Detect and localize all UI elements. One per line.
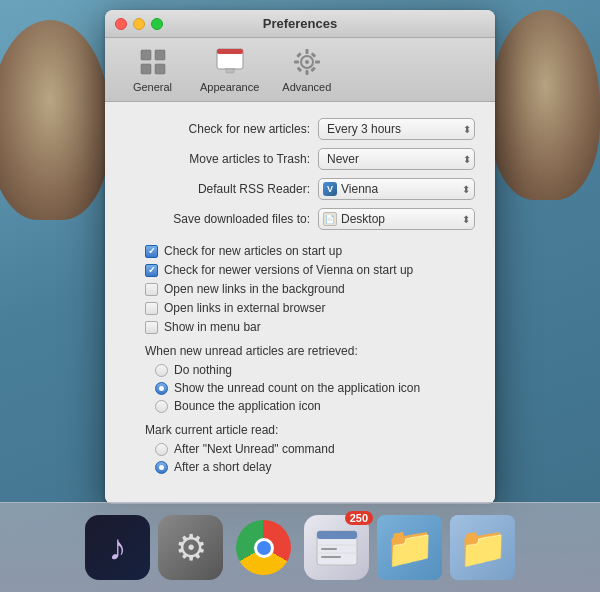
chrome-icon [236,520,291,575]
dock-item-vienna[interactable]: 250 [304,515,369,580]
checkbox-0[interactable] [145,245,158,258]
owl-right-decoration [490,10,600,200]
rss-reader-select[interactable]: V Vienna ⬍ [318,178,475,200]
svg-rect-13 [315,61,320,64]
checkbox-row-2: Open new links in the background [125,282,475,296]
svg-rect-16 [296,67,302,73]
svg-rect-11 [305,70,308,75]
radio-btn-2-1[interactable] [155,461,168,474]
svg-rect-19 [317,531,357,539]
desktop-folder-icon: 📄 [323,212,337,226]
checkbox-1[interactable] [145,264,158,277]
radio-btn-1-2[interactable] [155,400,168,413]
form-section: Check for new articles: Every 3 hours ⬍ … [125,118,475,230]
checkbox-2[interactable] [145,283,158,296]
radio-label-1-0: Do nothing [174,363,232,377]
dock-item-systemprefs[interactable] [158,515,223,580]
radio-1-0: Do nothing [155,363,475,377]
radio-section-1: Do nothing Show the unread count on the … [125,363,475,413]
move-articles-row: Move articles to Trash: Never ⬍ [125,148,475,170]
move-articles-select[interactable]: Never [318,148,475,170]
radio-section-2-header: Mark current article read: [125,423,475,437]
checkbox-row-0: Check for new articles on start up [125,244,475,258]
save-files-value: Desktop [341,212,385,226]
radio-label-1-1: Show the unread count on the application… [174,381,420,395]
svg-rect-12 [294,61,299,64]
close-button[interactable] [115,18,127,30]
save-files-arrow: ⬍ [462,214,470,225]
radio-btn-1-0[interactable] [155,364,168,377]
svg-rect-0 [141,50,151,60]
radio-label-2-1: After a short delay [174,460,271,474]
radio-1-2: Bounce the application icon [155,399,475,413]
move-articles-select-wrapper: Never ⬍ [318,148,475,170]
rss-reader-value: Vienna [341,182,378,196]
tab-appearance[interactable]: Appearance [200,46,259,93]
advanced-label: Advanced [282,81,331,93]
radio-btn-2-0[interactable] [155,443,168,456]
svg-rect-2 [141,64,151,74]
svg-rect-5 [217,49,243,54]
checkbox-row-4: Show in menu bar [125,320,475,334]
svg-rect-1 [155,50,165,60]
rss-reader-arrow: ⬍ [462,184,470,195]
svg-point-9 [305,60,309,64]
tab-general[interactable]: General [125,46,180,93]
checkbox-label-0: Check for new articles on start up [164,244,342,258]
traffic-lights [115,18,163,30]
radio-label-1-2: Bounce the application icon [174,399,321,413]
advanced-icon [291,46,323,78]
save-files-select[interactable]: 📄 Desktop ⬍ [318,208,475,230]
dock: 250 📁 📁 [0,502,600,592]
svg-rect-10 [305,49,308,54]
checkbox-label-4: Show in menu bar [164,320,261,334]
svg-rect-22 [321,548,337,550]
general-label: General [133,81,172,93]
move-articles-label: Move articles to Trash: [125,152,310,166]
general-icon [137,46,169,78]
minimize-button[interactable] [133,18,145,30]
toolbar: General Appearance [105,38,495,102]
titlebar: Preferences [105,10,495,38]
dock-item-folder2[interactable]: 📁 [450,515,515,580]
folder1-icon: 📁 [385,524,435,571]
vienna-badge: 250 [345,511,373,525]
check-articles-select[interactable]: Every 3 hours [318,118,475,140]
checkbox-3[interactable] [145,302,158,315]
checkbox-row-1: Check for newer versions of Vienna on st… [125,263,475,277]
rss-reader-row: Default RSS Reader: V Vienna ⬍ [125,178,475,200]
checkbox-4[interactable] [145,321,158,334]
checkbox-label-1: Check for newer versions of Vienna on st… [164,263,413,277]
folder2-icon: 📁 [458,524,508,571]
radio-2-0: After "Next Unread" command [155,442,475,456]
svg-rect-3 [155,64,165,74]
dock-item-itunes[interactable] [85,515,150,580]
checkbox-label-3: Open links in external browser [164,301,325,315]
maximize-button[interactable] [151,18,163,30]
svg-rect-23 [321,556,341,558]
window-title: Preferences [263,16,337,31]
vienna-icon [312,523,362,573]
check-articles-row: Check for new articles: Every 3 hours ⬍ [125,118,475,140]
chrome-center [254,538,274,558]
rss-reader-label: Default RSS Reader: [125,182,310,196]
tab-advanced[interactable]: Advanced [279,46,334,93]
save-files-label: Save downloaded files to: [125,212,310,226]
svg-rect-14 [296,52,302,58]
checkbox-label-2: Open new links in the background [164,282,345,296]
radio-1-1: Show the unread count on the application… [155,381,475,395]
dock-item-folder1[interactable]: 📁 [377,515,442,580]
dock-item-chrome[interactable] [231,515,296,580]
checkboxes-section: Check for new articles on start up Check… [125,244,475,334]
save-files-row: Save downloaded files to: 📄 Desktop ⬍ [125,208,475,230]
radio-section-2: After "Next Unread" command After a shor… [125,442,475,474]
appearance-icon [214,46,246,78]
radio-section-1-header: When new unread articles are retrieved: [125,344,475,358]
checkbox-row-3: Open links in external browser [125,301,475,315]
radio-btn-1-1[interactable] [155,382,168,395]
radio-label-2-0: After "Next Unread" command [174,442,335,456]
appearance-label: Appearance [200,81,259,93]
preferences-content: Check for new articles: Every 3 hours ⬍ … [105,102,495,504]
radio-2-1: After a short delay [155,460,475,474]
check-articles-select-wrapper: Every 3 hours ⬍ [318,118,475,140]
